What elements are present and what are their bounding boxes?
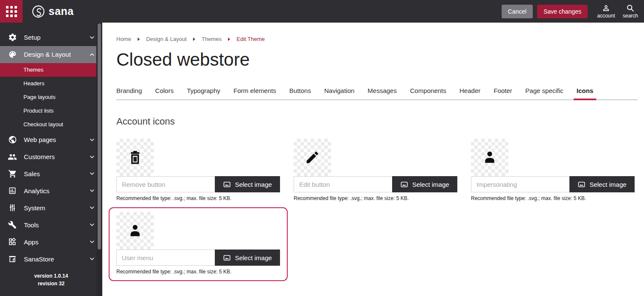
breadcrumb-edit-theme: Edit Theme [237, 36, 265, 42]
sidebar-item-label: System [24, 204, 45, 212]
sliders-icon [8, 203, 17, 212]
sidebar-item-design-layout[interactable]: Design & Layout [0, 46, 102, 63]
tab-typography[interactable]: Typography [187, 87, 220, 94]
main-content: Home Design & Layout Themes Edit Theme C… [102, 23, 644, 296]
globe-icon [8, 135, 17, 145]
sidebar-scrollbar-thumb[interactable] [98, 23, 101, 250]
tab-buttons[interactable]: Buttons [289, 87, 311, 94]
sidebar-item-label: Apps [24, 238, 38, 246]
select-image-button[interactable]: Select image [215, 176, 280, 192]
sidebar-item-system[interactable]: System [0, 199, 102, 216]
tab-navigation[interactable]: Navigation [324, 87, 355, 94]
sidebar-item-label: Tools [24, 221, 39, 229]
impersonating-icon-input[interactable] [471, 176, 569, 192]
chevron-down-icon [89, 34, 95, 41]
person-icon [127, 222, 144, 239]
topbar: sana Cancel Save changes account search [0, 0, 644, 23]
sidebar: Setup Design & Layout Themes Headers Pag… [0, 23, 102, 296]
select-image-button[interactable]: Select image [215, 250, 280, 266]
theme-tabs: Branding Colors Typography Form elements… [116, 87, 638, 100]
sidebar-subitem-headers[interactable]: Headers [0, 77, 102, 90]
breadcrumb-design-layout[interactable]: Design & Layout [146, 36, 187, 42]
edit-button-icon-input[interactable] [294, 176, 392, 192]
image-icon [578, 180, 586, 189]
sidebar-item-label: Customers [24, 153, 55, 160]
sidebar-subitem-product-lists[interactable]: Product lists [0, 104, 102, 118]
tab-icons[interactable]: Icons [577, 87, 593, 94]
sidebar-item-sanastore[interactable]: SanaStore [0, 250, 102, 267]
wrench-icon [8, 220, 17, 229]
select-image-button[interactable]: Select image [392, 176, 457, 192]
version-info: version 1.0.14 revision 32 [0, 267, 102, 296]
app-launcher-button[interactable] [0, 0, 23, 23]
person-icon [481, 149, 498, 166]
cancel-button[interactable]: Cancel [502, 5, 533, 18]
tab-colors[interactable]: Colors [155, 87, 173, 94]
chevron-down-icon [89, 136, 95, 143]
sidebar-item-tools[interactable]: Tools [0, 216, 102, 233]
icon-preview [116, 212, 154, 250]
chevron-down-icon [89, 154, 95, 160]
sidebar-item-analytics[interactable]: Analytics [0, 182, 102, 199]
version-number: version 1.0.14 [9, 273, 94, 280]
upload-row: Select image [116, 176, 280, 192]
icon-card-user-menu: Select image Recommended file type: .svg… [116, 212, 280, 275]
sidebar-item-sales[interactable]: Sales [0, 165, 102, 183]
breadcrumb: Home Design & Layout Themes Edit Theme [116, 36, 638, 42]
sidebar-subitem-checkout-layout[interactable]: Checkout layout [0, 118, 102, 131]
trash-icon [127, 149, 143, 165]
account-label: account [597, 13, 615, 19]
sidebar-item-label: Sales [24, 170, 40, 177]
icon-preview [294, 139, 331, 176]
sidebar-item-setup[interactable]: Setup [0, 29, 102, 46]
chevron-up-icon [89, 51, 95, 58]
sidebar-item-label: Analytics [24, 187, 49, 194]
tab-components[interactable]: Components [410, 87, 446, 94]
sidebar-item-label: Setup [24, 34, 40, 41]
tab-form-elements[interactable]: Form elements [234, 87, 276, 94]
account-icons-grid: Select image Recommended file type: .svg… [116, 139, 638, 281]
sidebar-item-customers[interactable]: Customers [0, 148, 102, 165]
upload-row: Select image [471, 176, 635, 192]
breadcrumb-themes[interactable]: Themes [202, 36, 222, 42]
search-label: search [623, 13, 638, 19]
save-changes-button[interactable]: Save changes [537, 5, 588, 18]
highlighted-card-outline: Select image Recommended file type: .svg… [109, 207, 288, 281]
chevron-down-icon [89, 238, 95, 245]
app-window: sana Cancel Save changes account search [0, 0, 644, 296]
user-menu-icon-input[interactable] [116, 250, 215, 266]
image-icon [223, 180, 231, 189]
tab-messages[interactable]: Messages [368, 87, 397, 94]
image-icon [400, 180, 408, 189]
sidebar-subitem-page-layouts[interactable]: Page layouts [0, 90, 102, 104]
sidebar-item-web-pages[interactable]: Web pages [0, 131, 102, 148]
sidebar-item-apps[interactable]: Apps [0, 233, 102, 250]
sidebar-item-label: Web pages [24, 136, 56, 143]
sidebar-item-label: Design & Layout [24, 51, 71, 58]
select-image-button[interactable]: Select image [569, 176, 635, 192]
tab-page-specific[interactable]: Page specific [526, 87, 563, 94]
search-icon [626, 4, 635, 12]
tab-branding[interactable]: Branding [116, 87, 142, 94]
revision-number: revision 32 [9, 280, 94, 287]
breadcrumb-home[interactable]: Home [116, 36, 131, 42]
chevron-down-icon [89, 170, 95, 177]
remove-button-icon-input[interactable] [116, 176, 215, 192]
sana-logo-icon [32, 5, 45, 18]
sidebar-subitem-themes[interactable]: Themes [0, 63, 102, 77]
search-control[interactable]: search [623, 4, 638, 19]
icon-preview [471, 139, 508, 176]
account-menu[interactable]: account [597, 4, 615, 19]
logo-text: sana [49, 5, 74, 17]
store-icon [8, 254, 17, 264]
sidebar-scrollbar-track [96, 23, 102, 296]
gear-icon [8, 33, 17, 42]
image-icon [223, 254, 231, 262]
file-requirements-hint: Recommended file type: .svg.; max. file … [294, 195, 457, 201]
tab-footer[interactable]: Footer [494, 87, 512, 94]
breadcrumb-arrow-icon [228, 38, 230, 41]
palette-icon [8, 50, 17, 59]
sidebar-item-label: SanaStore [24, 255, 54, 263]
tab-header[interactable]: Header [459, 87, 480, 94]
breadcrumb-arrow-icon [193, 38, 195, 41]
